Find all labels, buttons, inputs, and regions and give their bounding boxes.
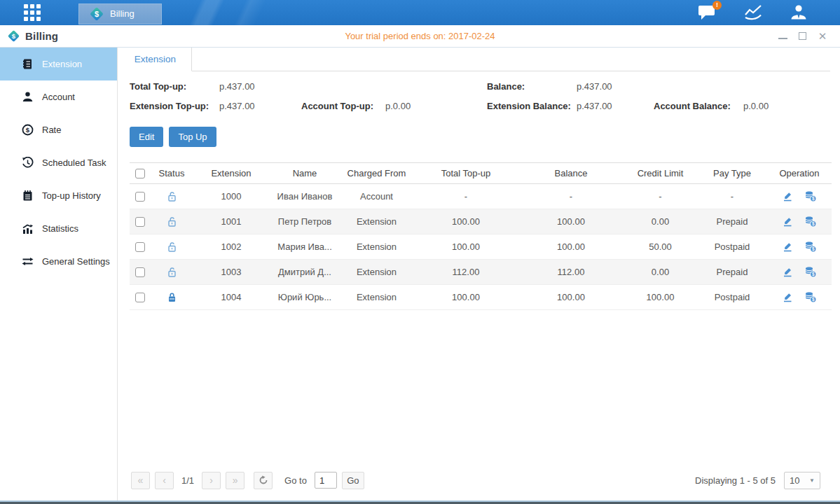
col-name: Name bbox=[270, 163, 340, 184]
cell-charged-from: Extension bbox=[340, 285, 413, 310]
cell-total-topup: 112.00 bbox=[413, 260, 518, 285]
notification-badge: ! bbox=[712, 1, 722, 10]
row-checkbox[interactable] bbox=[135, 242, 145, 252]
select-all-checkbox[interactable] bbox=[135, 169, 145, 178]
tab-extension[interactable]: Extension bbox=[119, 48, 192, 71]
sidebar-item-label: Scheduled Task bbox=[42, 158, 106, 168]
app-grid-icon[interactable] bbox=[10, 0, 55, 25]
go-button[interactable]: Go bbox=[342, 472, 364, 489]
taskbar-tab-billing[interactable]: $ Billing bbox=[78, 4, 162, 24]
last-page-button[interactable]: » bbox=[226, 472, 245, 489]
sidebar-item-label: Statistics bbox=[42, 223, 78, 234]
cell-extension: 1002 bbox=[193, 234, 270, 260]
refresh-button[interactable] bbox=[254, 472, 273, 489]
maximize-button[interactable] bbox=[799, 32, 806, 40]
col-extension: Extension bbox=[193, 163, 270, 184]
edit-button[interactable]: Edit bbox=[130, 127, 163, 147]
close-button[interactable]: ✕ bbox=[818, 32, 827, 41]
status-lock-icon bbox=[166, 216, 178, 226]
table-header-row: Status Extension Name Charged From Total… bbox=[130, 163, 832, 184]
edit-row-icon[interactable] bbox=[782, 241, 793, 253]
sidebar: Extension Account $ Rate bbox=[0, 48, 118, 500]
line-chart-glyph bbox=[743, 4, 763, 21]
notepad-icon bbox=[21, 190, 34, 202]
next-page-button[interactable]: › bbox=[202, 472, 221, 489]
billing-diamond-icon: $ bbox=[89, 6, 104, 22]
cell-name: Юрий Юрь... bbox=[270, 285, 340, 310]
first-page-button[interactable]: « bbox=[131, 472, 150, 489]
svg-text:$: $ bbox=[812, 297, 815, 302]
total-topup-label: Total Top-up: bbox=[130, 81, 219, 92]
prev-page-button[interactable]: ‹ bbox=[155, 472, 174, 489]
svg-text:$: $ bbox=[12, 32, 16, 40]
status-lock-icon bbox=[166, 266, 178, 276]
col-total-topup: Total Top-up bbox=[413, 163, 518, 184]
sidebar-item-scheduled-task[interactable]: Scheduled Task bbox=[0, 146, 117, 179]
total-topup-value: p.437.00 bbox=[219, 81, 301, 92]
minimize-button[interactable] bbox=[778, 33, 787, 39]
page-size-select[interactable]: 10 ▼ bbox=[784, 472, 820, 489]
sidebar-item-topup-history[interactable]: Top-up History bbox=[0, 179, 117, 212]
cell-charged-from: Extension bbox=[340, 260, 413, 285]
sidebar-item-general-settings[interactable]: General Settings bbox=[0, 245, 117, 278]
cell-pay-type: Postpaid bbox=[697, 285, 767, 310]
page-indicator: 1/1 bbox=[179, 475, 197, 486]
cell-pay-type: Prepaid bbox=[697, 209, 767, 234]
user-account-icon[interactable] bbox=[790, 4, 808, 22]
row-checkbox[interactable] bbox=[135, 267, 145, 277]
table-body: 1000 Иван Иванов Account - - - - $ bbox=[130, 184, 832, 310]
table-row: 1003 Дмитрий Д... Extension 112.00 112.0… bbox=[130, 260, 832, 285]
row-checkbox[interactable] bbox=[135, 192, 145, 202]
svg-text:$: $ bbox=[95, 10, 99, 18]
extension-topup-value: p.437.00 bbox=[219, 101, 301, 111]
displaying-text: Displaying 1 - 5 of 5 bbox=[695, 475, 776, 486]
edit-row-icon[interactable] bbox=[782, 267, 793, 278]
cell-extension: 1000 bbox=[193, 184, 270, 209]
toolbar: Edit Top Up bbox=[130, 127, 830, 147]
topup-row-icon[interactable]: $ bbox=[804, 266, 817, 278]
cell-total-topup: 100.00 bbox=[413, 209, 518, 234]
grid-glyph bbox=[23, 4, 41, 22]
sidebar-item-extension[interactable]: Extension bbox=[0, 48, 117, 80]
col-charged-from: Charged From bbox=[340, 163, 413, 184]
cell-extension: 1001 bbox=[193, 209, 270, 234]
goto-page-input[interactable] bbox=[315, 472, 337, 489]
edit-row-icon[interactable] bbox=[782, 292, 793, 303]
taskbar-tab-label: Billing bbox=[110, 8, 135, 19]
main-panel: Extension Total Top-up: p.437.00 Balance… bbox=[118, 48, 840, 500]
topup-row-icon[interactable]: $ bbox=[804, 190, 817, 202]
window-title: Billing bbox=[25, 30, 58, 42]
cell-balance: - bbox=[518, 184, 624, 209]
topup-button[interactable]: Top Up bbox=[169, 127, 216, 147]
account-topup-label: Account Top-up: bbox=[301, 101, 385, 111]
messages-icon[interactable]: ! bbox=[698, 4, 717, 21]
edit-row-icon[interactable] bbox=[782, 216, 793, 227]
sidebar-item-label: Account bbox=[42, 92, 75, 102]
extension-balance-label: Extension Balance: bbox=[487, 101, 577, 111]
chevron-down-icon: ▼ bbox=[809, 477, 815, 484]
sidebar-item-statistics[interactable]: Statistics bbox=[0, 212, 117, 245]
balance-summary: Total Top-up: p.437.00 Balance: p.437.00… bbox=[130, 81, 830, 111]
topup-row-icon[interactable]: $ bbox=[804, 216, 817, 227]
sidebar-item-account[interactable]: Account bbox=[0, 80, 117, 113]
topup-row-icon[interactable]: $ bbox=[804, 291, 817, 303]
table-row: 1001 Петр Петров Extension 100.00 100.00… bbox=[130, 209, 832, 234]
goto-label: Go to bbox=[284, 475, 307, 486]
row-checkbox[interactable] bbox=[135, 217, 145, 227]
reports-chart-icon[interactable] bbox=[743, 4, 763, 21]
cell-total-topup: - bbox=[413, 184, 518, 209]
edit-row-icon[interactable] bbox=[782, 191, 793, 202]
topup-row-icon[interactable]: $ bbox=[804, 241, 817, 253]
table-row: 1002 Мария Ива... Extension 100.00 100.0… bbox=[130, 234, 832, 260]
row-checkbox[interactable] bbox=[135, 293, 145, 302]
dollar-circle-icon: $ bbox=[21, 124, 34, 136]
col-balance: Balance bbox=[518, 163, 624, 184]
cell-pay-type: - bbox=[697, 184, 767, 209]
extension-topup-label: Extension Top-up: bbox=[130, 101, 219, 111]
sidebar-item-label: Extension bbox=[42, 59, 82, 69]
sidebar-item-rate[interactable]: $ Rate bbox=[0, 113, 117, 146]
col-credit-limit: Credit Limit bbox=[624, 163, 697, 184]
bar-chart-icon bbox=[21, 223, 34, 235]
cell-total-topup: 100.00 bbox=[413, 285, 518, 310]
tab-label: Extension bbox=[135, 54, 176, 64]
